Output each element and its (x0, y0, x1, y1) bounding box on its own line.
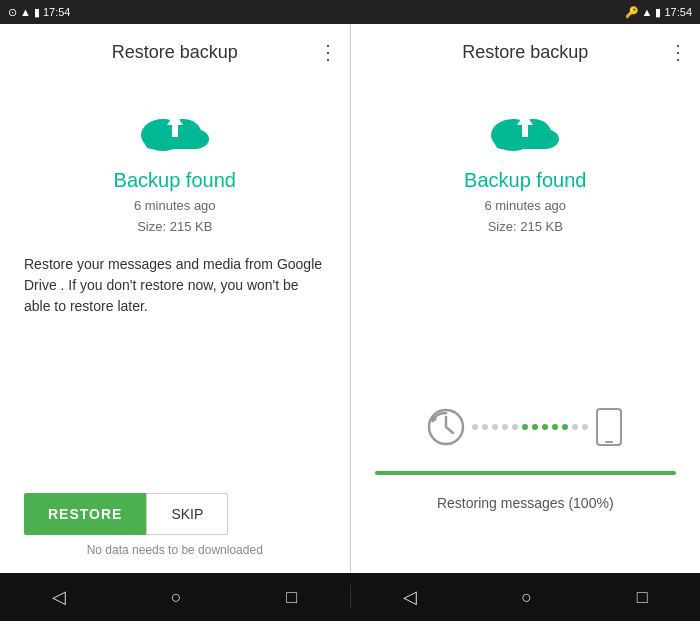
left-menu-button[interactable]: ⋮ (318, 42, 338, 62)
left-home-button[interactable]: ○ (163, 579, 190, 616)
svg-rect-8 (495, 137, 551, 149)
dot-2 (492, 424, 498, 430)
dots-area (472, 424, 588, 430)
left-panel: Restore backup ⋮ Backup found 6 minutes … (0, 24, 351, 573)
right-cloud-icon-wrap (485, 96, 565, 161)
dot-4 (512, 424, 518, 430)
left-button-row: RESTORE SKIP (24, 493, 228, 535)
dot-8 (552, 424, 558, 430)
left-content: Backup found 6 minutes ago Size: 215 KB … (0, 80, 350, 573)
progress-bar-wrap (375, 471, 677, 475)
svg-rect-13 (605, 441, 613, 443)
right-title: Restore backup (462, 42, 588, 63)
right-cloud-upload-icon (485, 99, 565, 159)
battery-icon: ▮ (34, 6, 40, 19)
battery-icon-right: ▮ (655, 6, 661, 19)
status-bar-left: ⊙ ▲ ▮ 17:54 (8, 6, 350, 19)
signal-icon: ⊙ (8, 6, 17, 19)
right-time-ago: 6 minutes ago (484, 198, 566, 213)
history-icon (426, 407, 466, 447)
cloud-icon-wrap (135, 96, 215, 161)
no-download-label: No data needs to be downloaded (87, 543, 263, 565)
right-size: Size: 215 KB (488, 219, 563, 234)
status-bar-right: 🔑 ▲ ▮ 17:54 (350, 6, 692, 19)
cloud-upload-icon (135, 99, 215, 159)
dot-10 (572, 424, 578, 430)
right-backup-found: Backup found (464, 169, 586, 192)
wifi-icon: ▲ (20, 6, 31, 18)
dot-3 (502, 424, 508, 430)
left-back-button[interactable]: ◁ (44, 578, 74, 616)
key-icon: 🔑 (625, 6, 639, 19)
left-backup-meta: 6 minutes ago Size: 215 KB (134, 196, 216, 238)
restoring-text: Restoring messages (100%) (437, 495, 614, 511)
dot-6 (532, 424, 538, 430)
left-app-bar: Restore backup ⋮ (0, 24, 350, 80)
left-time-ago: 6 minutes ago (134, 198, 216, 213)
right-back-button[interactable]: ◁ (395, 578, 425, 616)
left-nav: ◁ ○ □ (0, 578, 350, 616)
svg-rect-3 (145, 137, 201, 149)
dot-1 (482, 424, 488, 430)
dot-9 (562, 424, 568, 430)
panels: Restore backup ⋮ Backup found 6 minutes … (0, 24, 700, 573)
left-restore-message: Restore your messages and media from Goo… (24, 254, 326, 317)
svg-rect-12 (597, 409, 621, 445)
progress-bar-fill (375, 471, 677, 475)
nav-bar: ◁ ○ □ ◁ ○ □ (0, 573, 700, 621)
restore-animation (426, 407, 624, 447)
right-panel: Restore backup ⋮ Backup found 6 minutes … (351, 24, 701, 573)
dot-0 (472, 424, 478, 430)
left-recents-button[interactable]: □ (278, 579, 305, 616)
time-right: 17:54 (664, 6, 692, 18)
time-left: 17:54 (43, 6, 71, 18)
dot-11 (582, 424, 588, 430)
progress-area: Restoring messages (100%) (351, 325, 701, 574)
left-backup-found: Backup found (114, 169, 236, 192)
right-menu-button[interactable]: ⋮ (668, 42, 688, 62)
right-nav: ◁ ○ □ (351, 578, 701, 616)
left-size: Size: 215 KB (137, 219, 212, 234)
dot-5 (522, 424, 528, 430)
left-title: Restore backup (112, 42, 238, 63)
restore-button[interactable]: RESTORE (24, 493, 146, 535)
right-app-bar: Restore backup ⋮ (351, 24, 701, 80)
right-backup-meta: 6 minutes ago Size: 215 KB (484, 196, 566, 238)
dot-7 (542, 424, 548, 430)
right-content: Backup found 6 minutes ago Size: 215 KB (351, 80, 701, 325)
right-recents-button[interactable]: □ (629, 579, 656, 616)
phone-icon (594, 407, 624, 447)
status-bar: ⊙ ▲ ▮ 17:54 🔑 ▲ ▮ 17:54 (0, 0, 700, 24)
wifi-icon-right: ▲ (642, 6, 653, 18)
skip-button[interactable]: SKIP (146, 493, 228, 535)
right-home-button[interactable]: ○ (513, 579, 540, 616)
